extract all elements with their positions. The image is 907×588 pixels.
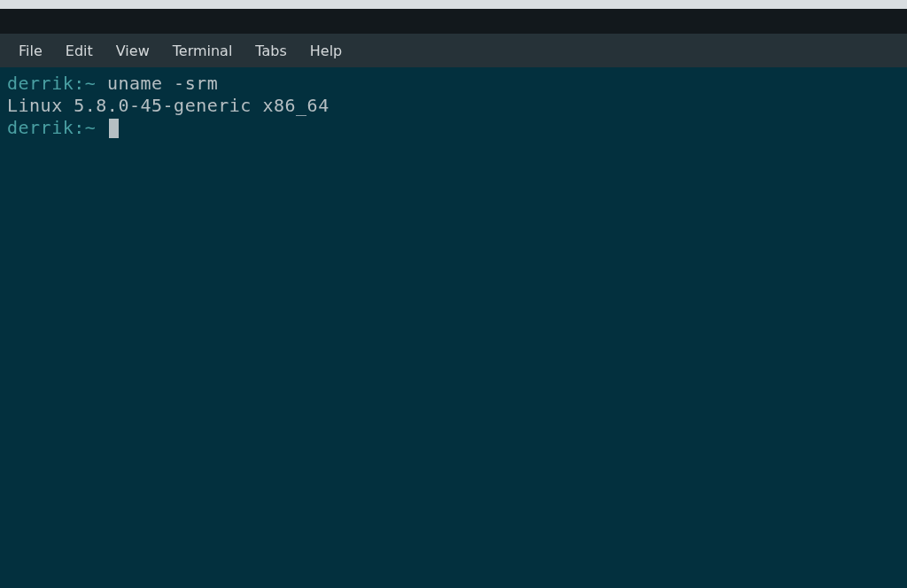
- menu-terminal[interactable]: Terminal: [161, 37, 244, 65]
- window-titlebar: [0, 0, 907, 9]
- terminal-command: uname -srm: [107, 73, 218, 94]
- terminal-output: Linux 5.8.0-45-generic x86_64: [7, 95, 329, 116]
- terminal-line: derrik:~ uname -srm: [7, 73, 900, 95]
- terminal-cursor-icon: [109, 119, 119, 138]
- terminal-prompt: derrik:~: [7, 73, 107, 94]
- terminal-area[interactable]: derrik:~ uname -srm Linux 5.8.0-45-gener…: [0, 67, 907, 588]
- menu-tabs[interactable]: Tabs: [244, 37, 298, 65]
- terminal-line: derrik:~: [7, 117, 900, 139]
- menubar: File Edit View Terminal Tabs Help: [0, 34, 907, 67]
- menu-file[interactable]: File: [7, 37, 54, 65]
- terminal-prompt: derrik:~: [7, 117, 107, 138]
- menu-help[interactable]: Help: [298, 37, 353, 65]
- terminal-line: Linux 5.8.0-45-generic x86_64: [7, 95, 900, 117]
- menu-view[interactable]: View: [105, 37, 161, 65]
- window-shadowbar: [0, 9, 907, 34]
- menu-edit[interactable]: Edit: [54, 37, 105, 65]
